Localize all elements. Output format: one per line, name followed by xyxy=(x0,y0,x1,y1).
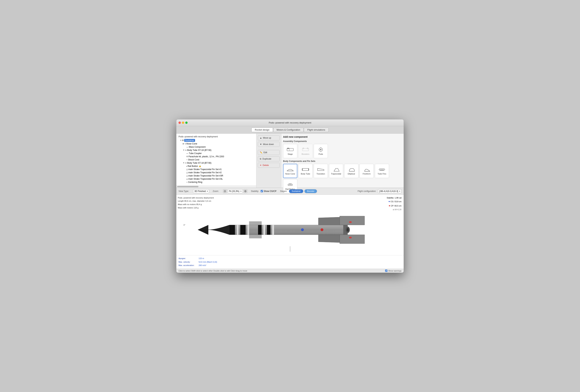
svg-rect-33 xyxy=(240,225,246,235)
tree-item-tube-coupler[interactable]: — Tube Coupler xyxy=(177,152,255,155)
boosters-icon xyxy=(302,147,309,152)
action-panel: ▲ Move up ▼ Move down ✏️ Edit ⧉ Duplicat… xyxy=(256,134,281,188)
stability-value: Stability: 1,98 cal xyxy=(387,196,402,199)
tree-item-fin3r[interactable]: △ main Strake Trapezoidal Fin Set #3R xyxy=(177,174,255,177)
duplicate-button[interactable]: ⧉ Duplicate xyxy=(258,156,280,161)
view-type-arrow: ▾ xyxy=(207,190,208,193)
zoom-in-button[interactable] xyxy=(243,189,247,193)
transition-icon xyxy=(317,167,324,172)
svg-rect-32 xyxy=(237,225,238,235)
minimize-button[interactable] xyxy=(182,121,184,124)
tab-flight-sim[interactable]: Flight simulations xyxy=(304,128,328,132)
tree-item-fin2[interactable]: △ main Strake Trapezoidal Fin Set #2 xyxy=(177,171,255,174)
rocket-mass-motors: Mass with motors 118 g xyxy=(178,206,214,209)
mass-icon: — xyxy=(186,146,188,148)
tree-item-body-tube-1[interactable]: ▼ ▭ Body Tube ST-18 (BT-56) xyxy=(177,149,255,152)
svg-rect-5 xyxy=(307,148,308,149)
tree-item-rail-button[interactable]: ▪ Rail Button 🔒 xyxy=(177,165,255,168)
tree-root-label: Pods--powered with recovery deployment xyxy=(177,135,255,139)
svg-marker-48 xyxy=(340,216,365,225)
svg-rect-36 xyxy=(263,225,265,235)
component-tree[interactable]: Pods--powered with recovery deployment ▼… xyxy=(176,134,256,186)
svg-rect-35 xyxy=(258,225,262,235)
velocity-stat: Max. velocity: 52,6 m/s (Mach 0,16) xyxy=(178,260,402,264)
scrollbar[interactable] xyxy=(176,186,256,188)
svg-rect-19 xyxy=(288,184,292,186)
tree-item-fin3l[interactable]: △ main Strake Trapezoidal Fin Set #3L xyxy=(177,177,255,181)
tree-item-nosecone[interactable]: ▶ ◁ Nose Cone xyxy=(177,142,255,145)
view-type-select[interactable]: 3D Finished ▾ xyxy=(193,189,209,193)
apogee-stat: Apogee: 115 m xyxy=(178,257,402,260)
comp-nose-cone[interactable]: Nose Cone xyxy=(283,164,297,178)
show-warnings-checkbox[interactable] xyxy=(385,270,387,272)
comp-freeform[interactable]: Freeform xyxy=(360,164,374,178)
flight-config-select[interactable]: [:B6-4;A10-3;A10-3] ▾ xyxy=(378,189,402,193)
delete-label: Delete xyxy=(263,164,269,167)
comp-stage[interactable]: Stage xyxy=(283,144,297,158)
svg-point-7 xyxy=(320,149,321,150)
show-warnings-area[interactable]: Show warnings xyxy=(385,270,402,272)
tab-motors-config[interactable]: Motors & Configuration xyxy=(273,128,304,132)
svg-rect-2 xyxy=(287,148,289,149)
move-up-button[interactable]: ▲ Move up xyxy=(258,135,280,140)
zoom-out-button[interactable] xyxy=(223,189,227,193)
comp-tube-fins[interactable]: Tube Fins xyxy=(375,164,389,178)
show-cgcp-checkbox-area[interactable]: Show CG/CP xyxy=(261,190,276,193)
sustainer-stage-button[interactable]: Sustainer xyxy=(289,189,303,193)
body-tube-label: Body Tube xyxy=(301,173,310,175)
edit-label: Edit xyxy=(264,151,267,154)
left-panel: Pods--powered with recovery deployment ▼… xyxy=(176,134,256,188)
svg-rect-30 xyxy=(230,225,345,235)
show-cgcp-checkbox[interactable] xyxy=(261,190,263,192)
fin3l-label: main Strake Trapezoidal Fin Set #3L xyxy=(188,178,223,180)
zoom-label: Zoom: xyxy=(213,190,219,193)
rocket-view: Pods--powered with recovery deployment L… xyxy=(176,195,404,255)
fin2-label: main Strake Trapezoidal Fin Set #2 xyxy=(188,171,222,174)
comp-pods[interactable]: Pods xyxy=(314,144,328,158)
comp-trapezoidal[interactable]: Trapezoidal xyxy=(329,164,343,178)
tree-item-shock-cord[interactable]: ~ Shock Cord xyxy=(177,158,255,161)
hints-text: Click to select Shift+click to select ot… xyxy=(178,270,247,272)
tab-rocket-design[interactable]: Rocket design xyxy=(251,128,273,132)
zoom-value-display[interactable]: Fit (33,3%) ▾ xyxy=(228,189,243,193)
tree-item-parachute[interactable]: ⊙ Parachute kit, plastic, 12 in., PN 226… xyxy=(177,155,255,158)
stability-area: Stability: Show CG/CP xyxy=(251,190,277,193)
booster-stage-button[interactable]: Booster xyxy=(304,189,317,193)
tree-arrow-body2: ▼ xyxy=(183,162,185,164)
main-content-area: Pods--powered with recovery deployment ▼… xyxy=(176,134,404,188)
close-button[interactable] xyxy=(178,121,181,124)
svg-rect-37 xyxy=(267,225,271,235)
para-label: Parachute kit, plastic, 12 in., PN 2263 xyxy=(188,155,224,158)
tab-bar: Rocket design Motors & Configuration Fli… xyxy=(176,126,404,134)
duplicate-icon: ⧉ xyxy=(260,158,261,160)
maximize-button[interactable] xyxy=(185,121,188,124)
tree-item-sustainer[interactable]: ▼ ⊟ Sustainer xyxy=(177,139,255,142)
rail-lock-icon: 🔒 xyxy=(199,165,201,167)
tree-item-fin1[interactable]: △ main Strake Trapezoidal Fin Set #1 xyxy=(177,168,255,171)
tree-item-centering[interactable]: ○ Centering Ring xyxy=(177,181,255,184)
tube-fins-icon xyxy=(378,167,386,172)
view-type-label: View Type: xyxy=(178,190,189,193)
flight-config-label: Flight configuration: xyxy=(358,190,376,193)
cp-marker xyxy=(321,228,323,231)
edit-button[interactable]: ✏️ Edit xyxy=(258,150,280,155)
traffic-lights xyxy=(178,121,188,124)
comp-elliptical[interactable]: Elliptical xyxy=(344,164,358,178)
cp-text: CP: 60,5 cm xyxy=(391,205,402,207)
cg-marker xyxy=(301,228,304,231)
scrollbar-thumb[interactable] xyxy=(177,186,198,187)
accel-label: Max. acceleration: xyxy=(178,264,198,267)
assembly-title: Assembly Components xyxy=(283,140,402,143)
move-down-button[interactable]: ▼ Move down xyxy=(258,142,280,147)
pods-icon xyxy=(317,147,324,152)
comp-transition[interactable]: Transition xyxy=(314,164,328,178)
centering-label: Centering Ring xyxy=(188,181,202,183)
comp-body-tube[interactable]: Body Tube xyxy=(298,164,312,178)
comp-boosters: Boosters xyxy=(298,144,312,158)
delete-button[interactable]: ✕ Delete xyxy=(258,163,280,168)
tree-item-mass-component[interactable]: — Mass Component xyxy=(177,145,255,149)
tree-item-body-tube-2[interactable]: ▼ ▭ Body Tube ST-18 (BT-56) xyxy=(177,161,255,165)
edit-icon: ✏️ xyxy=(260,151,263,154)
rocket-length: Length 80,6 cm, max. diameter 3,4 cm xyxy=(178,199,214,203)
rail-label: Rail Button xyxy=(188,165,198,167)
